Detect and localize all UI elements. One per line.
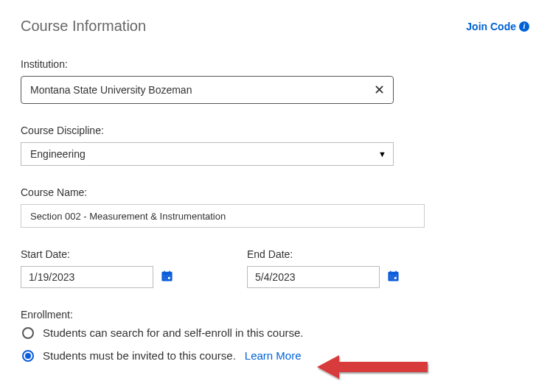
svg-rect-5: [167, 275, 167, 276]
end-date-label: End Date:: [247, 248, 400, 260]
course-name-input[interactable]: [21, 204, 425, 228]
enrollment-option-invite[interactable]: Students must be invited to this course.…: [22, 349, 529, 362]
enrollment-self-label: Students can search for and self-enroll …: [43, 326, 304, 339]
svg-rect-17: [393, 277, 394, 278]
svg-rect-13: [391, 275, 391, 276]
radio-icon[interactable]: [22, 350, 34, 362]
svg-rect-4: [164, 275, 165, 276]
discipline-label: Course Discipline:: [21, 125, 529, 136]
enrollment-label: Enrollment:: [21, 309, 529, 321]
end-date-input[interactable]: [247, 266, 380, 288]
page-title: Course Information: [21, 18, 146, 35]
start-date-label: Start Date:: [21, 248, 173, 260]
institution-input[interactable]: [21, 76, 394, 104]
calendar-icon[interactable]: [387, 270, 400, 285]
learn-more-link[interactable]: Learn More: [245, 349, 302, 362]
svg-rect-6: [169, 275, 170, 276]
svg-rect-7: [164, 277, 165, 278]
join-code-label: Join Code: [466, 21, 516, 32]
calendar-icon[interactable]: [161, 270, 173, 285]
svg-rect-8: [167, 277, 167, 278]
clear-icon[interactable]: ✕: [374, 82, 385, 98]
info-icon: i: [519, 21, 529, 32]
course-name-label: Course Name:: [21, 186, 529, 198]
start-date-input[interactable]: [21, 266, 153, 288]
institution-label: Institution:: [21, 58, 529, 70]
enrollment-invite-label: Students must be invited to this course.: [43, 349, 236, 362]
enrollment-option-self[interactable]: Students can search for and self-enroll …: [22, 326, 529, 339]
discipline-select[interactable]: Engineering: [21, 142, 394, 166]
svg-rect-15: [395, 275, 396, 276]
svg-rect-14: [393, 275, 394, 276]
svg-rect-16: [391, 277, 391, 278]
radio-icon[interactable]: [22, 327, 34, 339]
join-code-link[interactable]: Join Code i: [466, 21, 529, 32]
